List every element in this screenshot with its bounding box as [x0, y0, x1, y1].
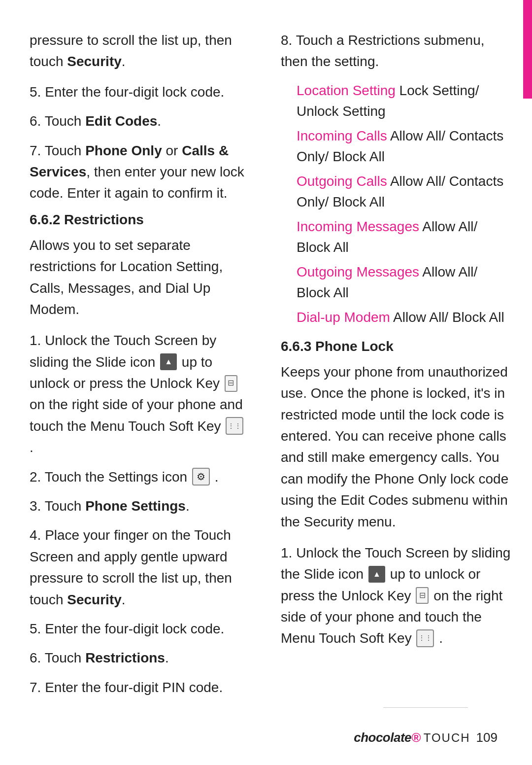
restrictions-desc: Allows you to set separate restrictions …: [30, 235, 251, 320]
left-item-6: 6. Touch Edit Codes.: [30, 110, 251, 132]
step2-num: 2.: [30, 469, 45, 485]
section-663-heading: 6.6.3 Phone Lock: [281, 339, 512, 354]
item7-mid: or: [162, 143, 182, 158]
restriction-location: Location Setting Lock Setting/ Unlock Se…: [297, 80, 512, 122]
footer-page-num: 109: [476, 730, 498, 745]
brand-text: chocolate: [354, 730, 411, 745]
step3-end: .: [186, 498, 190, 514]
step6-bold: Restrictions: [85, 650, 165, 665]
footer: chocolate® TOUCH 109: [354, 730, 498, 745]
phone-lock-step-1: 1. Unlock the Touch Screen by sliding th…: [281, 542, 512, 649]
accent-bar: [523, 0, 532, 99]
footer-touch: TOUCH: [424, 731, 470, 745]
restriction-sub-list: Location Setting Lock Setting/ Unlock Se…: [281, 80, 512, 328]
phone-lock-desc: Keeps your phone from unauthorized use. …: [281, 361, 512, 532]
phone-lock-slide-icon: [368, 566, 385, 583]
left-item-5: 5. Enter the four-digit lock code.: [30, 81, 251, 103]
left-item-7: 7. Touch Phone Only or Calls & Services,…: [30, 140, 251, 204]
step7-text: Enter the four-digit PIN code.: [45, 680, 223, 695]
brand-dot: ®: [411, 730, 421, 745]
step2-text: Touch the Settings icon: [45, 469, 188, 485]
item7-label: Touch: [45, 143, 82, 158]
step4-end: .: [122, 592, 126, 607]
item7-num: 7.: [30, 143, 45, 158]
item5-text: Enter the four-digit lock code.: [45, 84, 224, 100]
step6-end: .: [165, 650, 169, 665]
restrictions-step-1: 1. Unlock the Touch Screen by sliding th…: [30, 330, 251, 458]
footer-divider: [383, 707, 468, 708]
step6-label: Touch: [45, 650, 82, 665]
item6-num: 6.: [30, 113, 45, 129]
settings-icon: ⚙: [192, 468, 210, 486]
step3-num: 3.: [30, 498, 45, 514]
footer-brand: chocolate®: [354, 730, 421, 745]
step1-end: on the right side of your phone and touc…: [30, 397, 243, 433]
restriction-incoming-calls: Incoming Calls Allow All/ Contacts Only/…: [297, 126, 512, 167]
location-setting-pink: Location Setting: [297, 83, 396, 98]
restrictions-step-2: 2. Touch the Settings icon ⚙ .: [30, 466, 251, 487]
page-container: pressure to scroll the list up, then tou…: [0, 0, 532, 765]
unlock-key-icon: ⊟: [225, 375, 237, 392]
step6-num: 6.: [30, 650, 45, 665]
slide-icon: [160, 353, 177, 370]
dialup-modem-pink: Dial-up Modem: [297, 310, 390, 325]
step3-label: Touch: [45, 498, 82, 514]
restrictions-step-6: 6. Touch Restrictions.: [30, 647, 251, 668]
left-column: pressure to scroll the list up, then tou…: [30, 30, 271, 735]
phone-lock-step1-num: 1.: [281, 545, 296, 560]
right-item-8: 8. Touch a Restrictions submenu, then th…: [281, 30, 512, 72]
step1-num: 1.: [30, 333, 45, 348]
step7-num: 7.: [30, 680, 45, 695]
intro-text: pressure to scroll the list up, then tou…: [30, 33, 232, 69]
incoming-messages-pink: Incoming Messages: [297, 219, 419, 234]
restrictions-step-7: 7. Enter the four-digit PIN code.: [30, 677, 251, 698]
outgoing-messages-pink: Outgoing Messages: [297, 264, 419, 279]
restrictions-step-3: 3. Touch Phone Settings.: [30, 495, 251, 517]
item6-end: .: [157, 113, 161, 129]
dialup-modem-normal: Allow All/ Block All: [393, 310, 504, 325]
outgoing-calls-pink: Outgoing Calls: [297, 174, 387, 189]
step5-num: 5.: [30, 621, 45, 636]
phone-lock-menu-icon: ⋮⋮: [416, 629, 434, 647]
restrictions-step-5: 5. Enter the four-digit lock code.: [30, 618, 251, 639]
restriction-incoming-messages: Incoming Messages Allow All/ Block All: [297, 216, 512, 258]
item8-prefix: Touch a Restrictions submenu, then the s…: [281, 33, 484, 69]
restriction-outgoing-calls: Outgoing Calls Allow All/ Contacts Only/…: [297, 171, 512, 212]
step4-bold: Security: [67, 592, 122, 607]
intro-end: .: [122, 54, 126, 69]
item6-label: Touch: [45, 113, 82, 129]
restriction-dialup-modem: Dial-up Modem Allow All/ Block All: [297, 307, 512, 328]
item8-num: 8.: [281, 33, 296, 48]
restrictions-step-4: 4. Place your finger on the Touch Screen…: [30, 524, 251, 610]
item5-num: 5.: [30, 84, 45, 100]
step5-text: Enter the four-digit lock code.: [45, 621, 224, 636]
item6-bold: Edit Codes: [85, 113, 157, 129]
right-column: 8. Touch a Restrictions submenu, then th…: [271, 30, 512, 735]
intro-text-block: pressure to scroll the list up, then tou…: [30, 30, 251, 72]
phone-lock-unlock-key-icon: ⊟: [416, 587, 429, 604]
restriction-outgoing-messages: Outgoing Messages Allow All/ Block All: [297, 262, 512, 303]
step3-bold: Phone Settings: [85, 498, 186, 514]
step4-num: 4.: [30, 527, 45, 543]
section-662-heading: 6.6.2 Restrictions: [30, 212, 251, 228]
menu-soft-key-icon: ⋮⋮: [226, 417, 243, 435]
step4-text: Place your finger on the Touch Screen an…: [30, 527, 232, 607]
item7-bold1: Phone Only: [85, 143, 162, 158]
intro-security-bold: Security: [67, 54, 122, 69]
incoming-calls-pink: Incoming Calls: [297, 128, 387, 143]
